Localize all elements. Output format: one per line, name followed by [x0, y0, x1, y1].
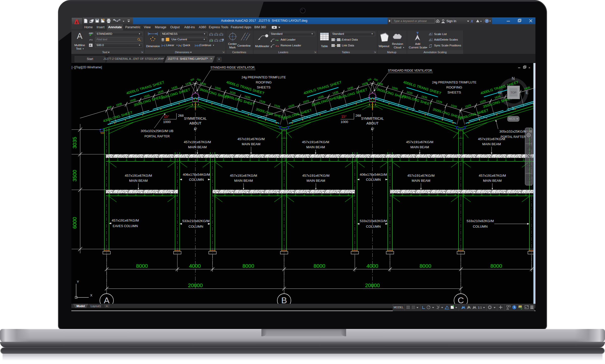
svg-text:1529: 1529	[465, 104, 471, 108]
svg-text:457x191x67KG/M: 457x191x67KG/M	[406, 140, 433, 144]
svg-text:✔A: ✔A	[89, 39, 93, 41]
svg-text:8000: 8000	[136, 263, 148, 269]
svg-text:1635: 1635	[143, 94, 150, 99]
svg-text:MAIN BEAM: MAIN BEAM	[242, 142, 260, 146]
svg-text:457x191x67KG/M: 457x191x67KG/M	[302, 140, 329, 144]
svg-text:ROOFING: ROOFING	[446, 85, 462, 89]
svg-text:3500LONG SHEET: 3500LONG SHEET	[282, 108, 312, 120]
svg-text:MAIN BEAM: MAIN BEAM	[307, 179, 325, 183]
svg-text:533x210x82KG/M: 533x210x82KG/M	[360, 219, 387, 223]
svg-text:1635: 1635	[406, 90, 413, 95]
svg-text:COLUMN: COLUMN	[366, 178, 381, 181]
svg-text:N: N	[512, 76, 515, 81]
svg-text:305x102x25KG/M UB: 305x102x25KG/M UB	[141, 129, 173, 133]
svg-text:1529: 1529	[274, 104, 280, 108]
svg-text:1635: 1635	[185, 81, 192, 86]
svg-text:1529: 1529	[450, 104, 457, 108]
svg-text:457x191x67KG/M: 457x191x67KG/M	[112, 219, 139, 222]
svg-text:1529: 1529	[259, 99, 266, 104]
svg-text:1529: 1529	[302, 99, 309, 104]
svg-text:1529: 1529	[288, 104, 295, 108]
svg-text:E: E	[526, 90, 528, 95]
svg-text:8000: 8000	[314, 263, 325, 269]
svg-text:1000: 1000	[163, 120, 171, 124]
svg-text:457x191x67KG/M: 457x191x67KG/M	[237, 137, 265, 141]
svg-text:200: 200	[190, 77, 195, 82]
svg-text:457x191x67KG/M: 457x191x67KG/M	[478, 137, 505, 141]
svg-text:WCS: WCS	[508, 117, 515, 120]
svg-text:20000: 20000	[365, 282, 380, 288]
svg-text:C: C	[458, 295, 464, 304]
svg-text:406x178x54KG/M: 406x178x54KG/M	[183, 173, 210, 176]
svg-text:COLUMN: COLUMN	[366, 225, 381, 228]
svg-text:MAIN BEAM: MAIN BEAM	[483, 179, 502, 183]
svg-text:1635: 1635	[317, 95, 324, 100]
svg-text:457x191x67KG/M: 457x191x67KG/M	[230, 174, 257, 177]
svg-text:200: 200	[367, 77, 372, 82]
svg-text:15°: 15°	[341, 114, 346, 118]
svg-text:MAIN BEAM: MAIN BEAM	[482, 142, 501, 146]
svg-text:MAIN BEAM: MAIN BEAM	[412, 179, 430, 183]
svg-text:X: X	[90, 293, 93, 297]
svg-text:1635: 1635	[494, 95, 501, 100]
svg-text:Type a keyword or phrase: Type a keyword or phrase	[394, 19, 427, 22]
svg-text:1635: 1635	[229, 90, 236, 95]
svg-text:C: C	[194, 127, 197, 131]
svg-text:⊖: ⊖	[530, 182, 532, 185]
svg-text:8000: 8000	[490, 263, 502, 269]
svg-text:457x191x67KG/M: 457x191x67KG/M	[125, 174, 152, 177]
svg-text:Model: Model	[76, 305, 85, 308]
svg-text:3500LONG SHEET: 3500LONG SHEET	[459, 108, 489, 120]
svg-text:PORTAL RAFTER: PORTAL RAFTER	[144, 134, 170, 138]
svg-text:268: 268	[178, 114, 184, 117]
svg-text:533x210x82KG/M: 533x210x82KG/M	[467, 219, 494, 223]
svg-text:?: ?	[486, 20, 488, 23]
svg-text:MAIN BEAM: MAIN BEAM	[234, 179, 253, 183]
svg-text:24g PREPAINTED TRIMFLUTE: 24g PREPAINTED TRIMFLUTE	[241, 75, 286, 79]
svg-text:COLUMN: COLUMN	[189, 225, 203, 228]
svg-text:Y: Y	[77, 280, 79, 284]
svg-text:STANDARD RIDGE VENTILATOR.: STANDARD RIDGE VENTILATOR.	[388, 69, 433, 72]
svg-text:A: A	[89, 44, 91, 47]
svg-text:4000: 4000	[367, 263, 378, 269]
svg-text:COLUMN: COLUMN	[473, 225, 488, 228]
svg-text:1635: 1635	[332, 90, 339, 95]
svg-text:[−][Top][2D Wireframe]: [−][Top][2D Wireframe]	[72, 66, 102, 69]
svg-text:SYMMETRICAL: SYMMETRICAL	[184, 116, 207, 120]
svg-text:1:1: 1:1	[478, 306, 482, 309]
svg-text:3500: 3500	[72, 170, 77, 182]
svg-text:A: A	[104, 295, 110, 304]
svg-text:8000: 8000	[419, 263, 431, 269]
svg-text:8000: 8000	[243, 263, 254, 269]
svg-text:B: B	[281, 295, 287, 304]
svg-text:1529: 1529	[479, 99, 486, 104]
svg-text:+●: +●	[275, 39, 279, 42]
svg-text:COLUMN: COLUMN	[189, 178, 204, 181]
svg-text:1635: 1635	[157, 89, 164, 94]
svg-text:3035: 3035	[72, 137, 77, 149]
svg-text:268: 268	[355, 114, 361, 117]
svg-text:Sign In: Sign In	[446, 19, 456, 23]
svg-text:1635: 1635	[171, 85, 178, 90]
svg-text:1635: 1635	[115, 102, 122, 107]
svg-text:457x191x67KG/M: 457x191x67KG/M	[479, 174, 506, 177]
svg-text:533x210x82KG/M: 533x210x82KG/M	[182, 219, 209, 223]
svg-text:STANDARD RIDGE VENTILATOR.: STANDARD RIDGE VENTILATOR.	[210, 66, 255, 69]
svg-text:457x191x67KG/M: 457x191x67KG/M	[184, 140, 211, 144]
svg-text:1635: 1635	[347, 86, 353, 90]
svg-text:1635: 1635	[129, 98, 136, 103]
svg-text:MAIN BEAM: MAIN BEAM	[129, 179, 148, 183]
svg-text:SHEETS: SHEETS	[447, 90, 461, 94]
svg-text:20000: 20000	[188, 282, 203, 288]
svg-text:×: ×	[528, 66, 530, 70]
svg-text:X: X	[470, 19, 473, 23]
svg-text:15°: 15°	[164, 114, 169, 118]
svg-text:SYMMETRICAL: SYMMETRICAL	[361, 116, 384, 120]
svg-text:EAVES COLUMN: EAVES COLUMN	[113, 224, 138, 228]
svg-text:MAIN BEAM: MAIN BEAM	[410, 145, 429, 149]
svg-text:×: ×	[530, 128, 532, 131]
svg-text:457x191x67KG/M: 457x191x67KG/M	[302, 174, 329, 177]
svg-text:4000: 4000	[189, 263, 201, 269]
svg-text:6000: 6000	[72, 217, 77, 229]
svg-text:1635: 1635	[215, 86, 221, 90]
